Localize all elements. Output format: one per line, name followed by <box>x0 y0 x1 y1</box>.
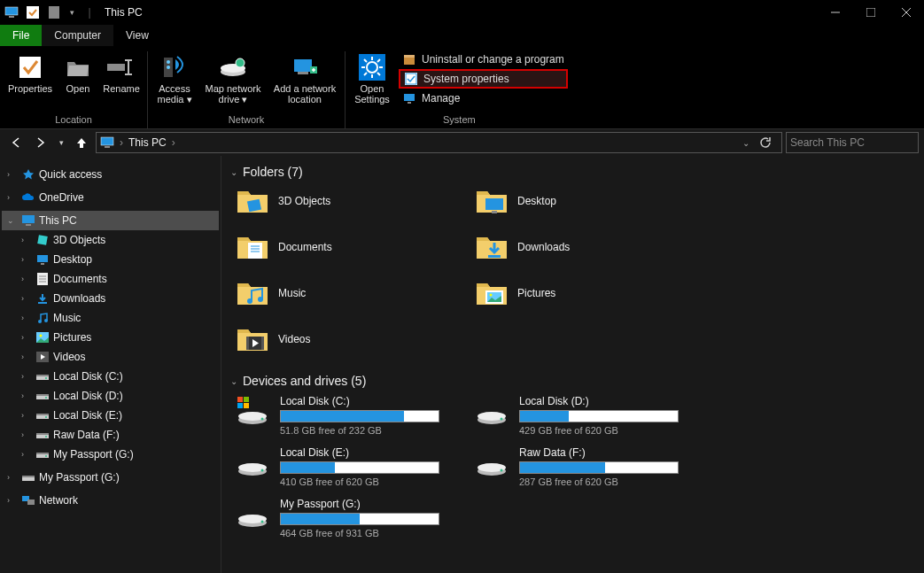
refresh-button[interactable] <box>758 136 778 149</box>
folder-open-icon <box>64 53 92 81</box>
folder-item[interactable]: Videos <box>236 324 439 354</box>
star-icon <box>21 167 35 182</box>
tree-item[interactable]: ›Local Disk (C:) <box>2 367 219 386</box>
close-button[interactable] <box>889 0 924 25</box>
svg-point-98 <box>261 418 264 421</box>
tab-computer[interactable]: Computer <box>42 25 113 46</box>
folder-item[interactable]: Desktop <box>475 186 679 216</box>
expand-icon[interactable]: › <box>21 333 32 342</box>
properties-button[interactable]: Properties <box>5 51 55 112</box>
back-button[interactable] <box>5 132 27 153</box>
svg-rect-8 <box>19 57 41 78</box>
expand-icon[interactable]: › <box>7 473 18 482</box>
drive-item[interactable]: Local Disk (E:)410 GB free of 620 GB <box>236 446 439 487</box>
tree-item[interactable]: ›Music <box>2 308 219 328</box>
tree-network[interactable]: › Network <box>2 491 219 510</box>
drive-item[interactable]: Raw Data (F:)287 GB free of 620 GB <box>475 446 679 487</box>
search-box[interactable] <box>786 132 919 153</box>
drive-item[interactable]: Local Disk (D:)429 GB free of 620 GB <box>475 395 679 436</box>
group-label: System <box>351 112 568 125</box>
tab-file[interactable]: File <box>0 25 42 46</box>
manage-button[interactable]: Manage <box>399 90 568 106</box>
properties-icon[interactable] <box>25 4 41 20</box>
item-icon <box>35 369 50 383</box>
folder-label: Videos <box>278 333 310 345</box>
svg-point-62 <box>45 397 47 399</box>
search-input[interactable] <box>790 133 914 152</box>
svg-rect-73 <box>22 476 35 477</box>
add-network-location-button[interactable]: Add a network location <box>270 51 339 112</box>
up-button[interactable] <box>71 132 92 153</box>
tree-item[interactable]: ›Raw Data (F:) <box>2 425 219 445</box>
minimize-button[interactable] <box>818 0 853 25</box>
expand-icon[interactable]: › <box>7 170 18 179</box>
navigation-tree[interactable]: › Quick access › OneDrive ⌄ This PC ›3D … <box>0 156 221 573</box>
expand-icon[interactable]: › <box>21 255 32 264</box>
address-bar[interactable]: › This PC › ⌄ <box>96 132 782 153</box>
breadcrumb[interactable]: This PC <box>128 136 167 149</box>
ribbon-tabs: File Computer View <box>0 25 924 46</box>
chevron-right-icon[interactable]: › <box>172 136 175 149</box>
chevron-right-icon[interactable]: › <box>120 136 123 149</box>
svg-rect-91 <box>261 337 264 350</box>
drives-header[interactable]: ⌄ Devices and drives (5) <box>230 374 915 388</box>
maximize-button[interactable] <box>853 0 889 25</box>
collapse-icon[interactable]: ⌄ <box>230 167 237 177</box>
tree-item[interactable]: ›Downloads <box>2 289 219 308</box>
access-media-button[interactable]: Access media ▾ <box>153 51 196 112</box>
chevron-down-icon[interactable]: ▾ <box>67 4 76 20</box>
tree-item[interactable]: ›Videos <box>2 347 219 367</box>
content-pane[interactable]: ⌄ Folders (7) 3D ObjectsDesktopDocuments… <box>221 156 924 573</box>
expand-icon[interactable]: › <box>21 294 32 303</box>
tree-item[interactable]: ›Local Disk (D:) <box>2 386 219 406</box>
tree-item[interactable]: ›Pictures <box>2 328 219 347</box>
expand-icon[interactable]: › <box>7 193 18 202</box>
map-drive-button[interactable]: Map network drive ▾ <box>201 51 265 112</box>
svg-rect-94 <box>237 403 243 408</box>
tree-thispc[interactable]: ⌄ This PC <box>2 211 219 230</box>
collapse-icon[interactable]: ⌄ <box>230 376 237 386</box>
uninstall-button[interactable]: Uninstall or change a program <box>399 51 568 67</box>
item-icon <box>35 272 50 286</box>
expand-icon[interactable]: › <box>21 372 32 381</box>
expand-icon[interactable]: › <box>21 352 32 361</box>
forward-button[interactable] <box>30 132 51 153</box>
tree-item-label: Documents <box>53 273 107 285</box>
folder-item[interactable]: Downloads <box>475 232 679 262</box>
tree-item[interactable]: ›3D Objects <box>2 230 219 250</box>
drive-item[interactable]: My Passport (G:)464 GB free of 931 GB <box>236 498 439 538</box>
drive-icon <box>236 446 269 476</box>
tree-item[interactable]: ›Documents <box>2 269 219 289</box>
expand-icon[interactable]: › <box>21 391 32 400</box>
tree-item[interactable]: ›Local Disk (E:) <box>2 406 219 425</box>
tree-quickaccess[interactable]: › Quick access <box>2 165 219 184</box>
open-settings-button[interactable]: Open Settings <box>351 51 393 112</box>
open-button[interactable]: Open <box>60 51 96 112</box>
tree-item[interactable]: ›My Passport (G:) <box>2 445 219 464</box>
expand-icon[interactable]: › <box>7 496 18 505</box>
expand-icon[interactable]: › <box>21 275 32 283</box>
tree-item[interactable]: ›Desktop <box>2 250 219 269</box>
blank-doc-icon[interactable] <box>46 4 62 20</box>
folder-item[interactable]: Pictures <box>475 278 679 308</box>
system-properties-button[interactable]: System properties <box>399 69 568 89</box>
recent-button[interactable]: ▾ <box>55 132 67 153</box>
expand-icon[interactable]: › <box>21 411 32 420</box>
rename-button[interactable]: Rename <box>101 51 142 112</box>
drive-item[interactable]: Local Disk (C:)51.8 GB free of 232 GB <box>236 395 439 436</box>
tree-onedrive[interactable]: › OneDrive <box>2 188 219 207</box>
folders-header[interactable]: ⌄ Folders (7) <box>230 165 915 179</box>
folder-item[interactable]: Music <box>236 278 439 308</box>
expand-icon[interactable]: › <box>21 314 32 322</box>
tab-view[interactable]: View <box>113 25 161 46</box>
dropdown-icon[interactable]: ⌄ <box>742 138 749 148</box>
expand-icon[interactable]: ⌄ <box>7 216 18 225</box>
folder-item[interactable]: 3D Objects <box>236 186 439 216</box>
expand-icon[interactable]: › <box>21 236 32 244</box>
tree-item-label: My Passport (G:) <box>53 448 134 461</box>
tree-passport-extra[interactable]: › My Passport (G:) <box>2 468 219 487</box>
expand-icon[interactable]: › <box>21 450 32 459</box>
gear-icon <box>358 53 386 81</box>
expand-icon[interactable]: › <box>21 430 32 439</box>
folder-item[interactable]: Documents <box>236 232 439 262</box>
